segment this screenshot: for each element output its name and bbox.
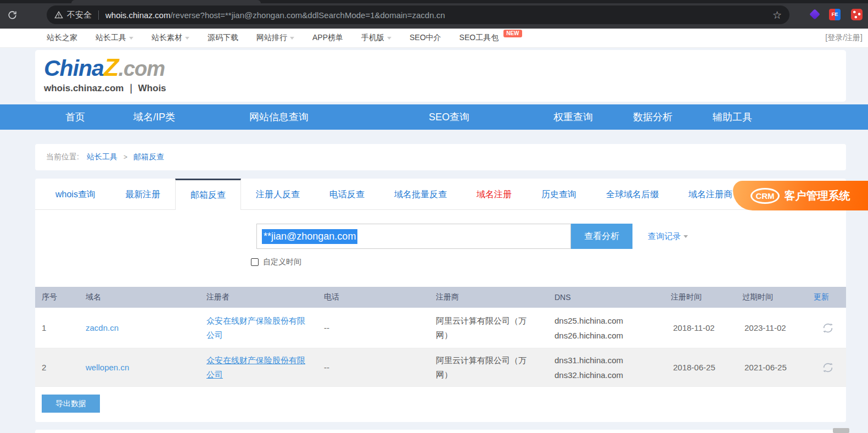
custom-time-checkbox[interactable] xyxy=(251,258,259,266)
refresh-icon[interactable] xyxy=(821,361,835,374)
col-dns: DNS xyxy=(555,293,671,302)
phone-value: -- xyxy=(324,323,436,332)
analyze-button[interactable]: 查看分析 xyxy=(571,224,632,249)
topnav-webmaster-material[interactable]: 站长素材 xyxy=(152,33,189,43)
fe-extension-icon[interactable]: FE xyxy=(829,9,841,20)
next-section-card xyxy=(35,430,846,433)
chevron-down-icon xyxy=(129,37,133,40)
browser-active-tab[interactable] xyxy=(71,0,261,3)
tool-tabs: whois查询 最新注册 邮箱反查 注册人反查 电话反查 域名批量反查 域名注册… xyxy=(35,179,846,210)
crm-logo: CRM xyxy=(751,188,779,204)
topnav-source-download[interactable]: 源码下载 xyxy=(208,33,238,43)
expiry-date: 2021-06-25 xyxy=(742,363,814,372)
address-divider xyxy=(98,10,99,20)
address-bar[interactable]: 不安全 whois.chinaz.com/reverse?host=**jian… xyxy=(47,5,789,24)
col-domain: 域名 xyxy=(86,292,206,302)
bookmark-star-icon[interactable]: ☆ xyxy=(772,9,782,21)
domain-link[interactable]: zacdn.cn xyxy=(86,323,206,332)
breadcrumb-email-reverse[interactable]: 邮箱反查 xyxy=(133,152,164,162)
mainnav-auxiliary-tools[interactable]: 辅助工具 xyxy=(713,104,752,130)
export-data-button[interactable]: 导出数据 xyxy=(42,395,100,413)
registrant-link[interactable]: 众安在线财产保险股份有限公司 xyxy=(206,314,324,342)
table-header: 序号 域名 注册者 电话 注册商 DNS 注册时间 过期时间 更新 xyxy=(35,287,846,308)
custom-time-row: 自定义时间 xyxy=(251,257,301,267)
mainnav-data-analysis[interactable]: 数据分析 xyxy=(633,104,673,130)
phone-value: -- xyxy=(324,363,436,372)
chevron-down-icon xyxy=(290,37,294,40)
registrar-value: 阿里云计算有限公司（万网） xyxy=(436,314,555,342)
topnav-site-ranking[interactable]: 网站排行 xyxy=(256,33,294,43)
tab-domain-batch-reverse[interactable]: 域名批量反查 xyxy=(379,179,462,209)
site-top-nav: 站长之家 站长工具 站长素材 源码下载 网站排行 APP榜单 手机版 SEO中介… xyxy=(0,29,868,48)
diamond-extension-icon[interactable] xyxy=(809,9,820,20)
mainnav-domain-ip[interactable]: 域名/IP类 xyxy=(133,104,175,130)
url-path: /reverse?host=**jian@zhongan.com&ddlSear… xyxy=(170,10,445,20)
registrar-value: 阿里云计算有限公司（万网） xyxy=(436,353,555,382)
url-host: whois.chinaz.com xyxy=(105,10,170,20)
dns-values: dns31.hichina.comdns32.hichina.com xyxy=(555,353,671,382)
col-phone: 电话 xyxy=(324,292,436,302)
topnav-webmaster-tools[interactable]: 站长工具 xyxy=(96,33,133,43)
chevron-down-icon xyxy=(387,37,391,40)
dns-values: dns25.hichina.comdns26.hichina.com xyxy=(555,313,671,343)
topnav-seo-agency[interactable]: SEO中介 xyxy=(410,33,441,43)
scroll-widget[interactable] xyxy=(833,428,849,433)
tab-domain-registration[interactable]: 域名注册 xyxy=(462,179,527,209)
col-index: 序号 xyxy=(42,292,86,302)
search-section: **jian@zhongan.com 查看分析 查询记录 自定义时间 xyxy=(35,210,846,287)
table-row: 1 zacdn.cn 众安在线财产保险股份有限公司 -- 阿里云计算有限公司（万… xyxy=(35,308,846,348)
query-history-link[interactable]: 查询记录 xyxy=(648,231,688,242)
search-input[interactable]: **jian@zhongan.com xyxy=(256,224,571,249)
extension-tray: FE xyxy=(811,0,863,29)
warning-icon[interactable] xyxy=(54,10,63,19)
new-badge: NEW xyxy=(503,30,522,37)
chevron-down-icon xyxy=(185,37,189,40)
tab-phone-reverse[interactable]: 电话反查 xyxy=(315,179,379,209)
mainnav-seo-query[interactable]: SEO查询 xyxy=(429,104,469,130)
logo-header: ChinaZ.com whois.chinaz.com ｜ Whois xyxy=(35,50,846,102)
mainnav-site-info-query[interactable]: 网站信息查询 xyxy=(249,104,309,130)
col-registrant: 注册者 xyxy=(206,292,324,302)
dice-extension-icon[interactable] xyxy=(851,9,863,20)
registration-date: 2018-06-25 xyxy=(671,363,742,372)
tab-latest-registration[interactable]: 最新注册 xyxy=(110,179,175,209)
breadcrumb-webmaster-tools[interactable]: 站长工具 xyxy=(87,152,117,162)
breadcrumb-label: 当前位置: xyxy=(46,152,79,162)
crm-promo-banner[interactable]: CRM 客户管理系统 xyxy=(733,181,868,210)
mainnav-weight-query[interactable]: 权重查询 xyxy=(553,104,593,130)
tab-email-reverse[interactable]: 邮箱反查 xyxy=(175,179,241,210)
col-update[interactable]: 更新 xyxy=(814,292,846,302)
table-row: 2 wellopen.cn 众安在线财产保险股份有限公司 -- 阿里云计算有限公… xyxy=(35,348,846,387)
browser-chrome: 不安全 whois.chinaz.com/reverse?host=**jian… xyxy=(0,0,868,29)
expiry-date: 2023-11-02 xyxy=(742,323,814,332)
tab-history-query[interactable]: 历史查询 xyxy=(527,179,591,209)
topnav-app-ranking[interactable]: APP榜单 xyxy=(312,33,343,43)
url-text[interactable]: whois.chinaz.com/reverse?host=**jian@zho… xyxy=(105,10,767,20)
mainnav-home[interactable]: 首页 xyxy=(65,104,85,130)
refresh-icon[interactable] xyxy=(821,321,835,335)
chevron-down-icon xyxy=(684,235,688,238)
col-registrar: 注册商 xyxy=(436,292,555,302)
registrant-link[interactable]: 众安在线财产保险股份有限公司 xyxy=(206,353,324,382)
login-register-link[interactable]: [登录/注册] xyxy=(825,33,863,43)
row-index: 2 xyxy=(42,363,86,372)
main-nav: 首页 域名/IP类 网站信息查询 SEO查询 权重查询 数据分析 辅助工具 xyxy=(0,104,868,130)
topnav-seo-toolkit[interactable]: SEO工具包 xyxy=(460,33,499,43)
custom-time-label: 自定义时间 xyxy=(263,257,301,267)
col-exp-date: 过期时间 xyxy=(742,292,814,302)
row-index: 1 xyxy=(42,323,86,332)
breadcrumb-separator: > xyxy=(124,153,127,161)
topnav-mobile-version[interactable]: 手机版 xyxy=(361,33,391,43)
tab-whois-query[interactable]: whois查询 xyxy=(41,179,110,209)
domain-link[interactable]: wellopen.cn xyxy=(86,363,206,372)
chinaz-logo[interactable]: ChinaZ.com xyxy=(44,55,846,81)
breadcrumb: 当前位置: 站长工具 > 邮箱反查 xyxy=(35,144,846,170)
selected-text: **jian@zhongan.com xyxy=(262,229,357,244)
tab-registrant-reverse[interactable]: 注册人反查 xyxy=(241,179,315,209)
tab-global-domain-suffix[interactable]: 全球域名后缀 xyxy=(591,179,674,209)
topnav-home[interactable]: 站长之家 xyxy=(47,33,77,43)
security-label[interactable]: 不安全 xyxy=(67,10,92,20)
registration-date: 2018-11-02 xyxy=(671,323,742,332)
reload-icon[interactable] xyxy=(5,8,19,21)
main-card: whois查询 最新注册 邮箱反查 注册人反查 电话反查 域名批量反查 域名注册… xyxy=(35,179,846,422)
